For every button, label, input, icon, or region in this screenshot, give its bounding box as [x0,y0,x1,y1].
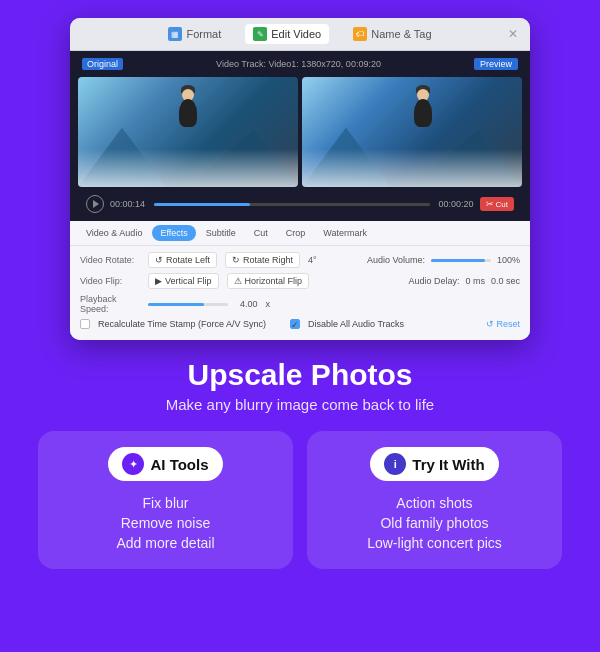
reset-label: Reset [496,319,520,329]
cards-row: ✦ AI Tools Fix blur Remove noise Add mor… [16,431,584,569]
format-tab-icon: ▦ [168,27,182,41]
format-tab-label: Format [186,28,221,40]
marketing-section: Upscale Photos Make any blurry image com… [0,340,600,569]
vertical-flip-icon: ▶ [155,276,162,286]
tab-format[interactable]: ▦ Format [160,24,229,44]
speed-slider[interactable] [148,303,228,306]
progress-track[interactable] [154,203,430,206]
ai-tools-items: Fix blur Remove noise Add more detail [58,495,273,551]
tab-crop[interactable]: Crop [278,225,314,241]
video-bg-right [302,77,522,187]
close-button[interactable]: ✕ [506,27,520,41]
ai-tools-pill: ✦ AI Tools [108,447,222,481]
rotate-left-button[interactable]: ↺ Rotate Left [148,252,217,268]
ai-item-0: Fix blur [58,495,273,511]
horizontal-flip-button[interactable]: ⚠ Horizontal Flip [227,273,310,289]
effects-tab-strip: Video & Audio Effects Subtitle Cut Crop … [70,221,530,246]
speed-row: Playback Speed: 4.00 x [80,294,520,314]
tab-video-audio[interactable]: Video & Audio [78,225,150,241]
skier-body-left [179,99,197,127]
rotate-left-label: Rotate Left [166,255,210,265]
controls-panel: Video Rotate: ↺ Rotate Left ↻ Rotate Rig… [70,246,530,340]
tab-watermark[interactable]: Watermark [315,225,375,241]
tab-cut[interactable]: Cut [246,225,276,241]
tab-name-tag[interactable]: 🏷 Name & Tag [345,24,439,44]
marketing-subtitle: Make any blurry image come back to life [166,396,434,413]
cut-label: Cut [496,200,508,209]
try-it-with-card: i Try It With Action shots Old family ph… [307,431,562,569]
name-tag-tab-icon: 🏷 [353,27,367,41]
disable-audio-label: Disable All Audio Tracks [308,319,404,329]
skier-figure-right [414,99,432,127]
rotate-right-icon: ↻ [232,255,240,265]
cut-button[interactable]: ✂ Cut [480,197,514,211]
audio-delay-label: Audio Delay: [408,276,459,286]
info-icon: i [394,458,397,470]
rotate-row: Video Rotate: ↺ Rotate Left ↻ Rotate Rig… [80,252,520,268]
playback-bar: 00:00:14 00:00:20 ✂ Cut [78,191,522,217]
speed-unit: x [266,299,271,309]
reset-button[interactable]: ↺ Reset [486,319,520,329]
cut-icon: ✂ [486,199,494,209]
audio-delay-right: Audio Delay: 0 ms 0.0 sec [408,276,520,286]
progress-fill [154,203,250,206]
audio-volume-right: Audio Volume: 100% [367,255,520,265]
snow-overlay-left [78,149,298,188]
ai-item-2: Add more detail [58,535,273,551]
video-bg-left [78,77,298,187]
play-button[interactable] [86,195,104,213]
audio-volume-value: 100% [497,255,520,265]
skier-body-right [414,99,432,127]
audio-delay-value: 0 ms [465,276,485,286]
rotate-right-button[interactable]: ↻ Rotate Right [225,252,300,268]
speed-fill [148,303,204,306]
title-bar-tabs: ▦ Format ✎ Edit Video 🏷 Name & Tag [160,24,439,44]
rotate-right-label: Rotate Right [243,255,293,265]
edit-video-tab-icon: ✎ [253,27,267,41]
time-start: 00:00:14 [110,199,148,209]
preview-button[interactable]: Preview [474,58,518,70]
tab-subtitle[interactable]: Subtitle [198,225,244,241]
flip-label: Video Flip: [80,276,140,286]
play-icon [93,200,99,208]
vertical-flip-button[interactable]: ▶ Vertical Flip [148,273,219,289]
tab-effects[interactable]: Effects [152,225,195,241]
video-area: Original Video Track: Video1: 1380x720, … [70,51,530,221]
try-it-pill: i Try It With [370,447,498,481]
speed-label: Playback Speed: [80,294,140,314]
checkbox-row: Recalculate Time Stamp (Force A/V Sync) … [80,319,520,329]
video-panel-left [78,77,298,187]
speed-value: 4.00 [240,299,258,309]
disable-audio-checkbox[interactable]: ✓ [290,319,300,329]
video-track-info: Video Track: Video1: 1380x720, 00:09:20 [123,59,474,69]
try-item-1: Old family photos [327,515,542,531]
ai-tools-card: ✦ AI Tools Fix blur Remove noise Add mor… [38,431,293,569]
try-it-pill-icon: i [384,453,406,475]
audio-volume-slider[interactable] [431,259,491,262]
marketing-title: Upscale Photos [187,358,412,392]
original-label: Original [82,58,123,70]
sparkle-icon: ✦ [129,458,138,471]
video-panel-right [302,77,522,187]
snow-overlay-right [302,149,522,188]
vertical-flip-label: Vertical Flip [165,276,212,286]
edit-video-tab-label: Edit Video [271,28,321,40]
audio-volume-label: Audio Volume: [367,255,425,265]
video-bar: Original Video Track: Video1: 1380x720, … [78,55,522,73]
recalc-checkbox[interactable] [80,319,90,329]
time-end: 00:00:20 [436,199,474,209]
ai-tools-pill-icon: ✦ [122,453,144,475]
try-item-0: Action shots [327,495,542,511]
try-it-pill-label: Try It With [412,456,484,473]
title-bar: ▦ Format ✎ Edit Video 🏷 Name & Tag ✕ [70,18,530,51]
try-item-2: Low-light concert pics [327,535,542,551]
tab-edit-video[interactable]: ✎ Edit Video [245,24,329,44]
name-tag-tab-label: Name & Tag [371,28,431,40]
recalc-label: Recalculate Time Stamp (Force A/V Sync) [98,319,266,329]
app-window: ▦ Format ✎ Edit Video 🏷 Name & Tag ✕ Ori… [70,18,530,340]
reset-icon: ↺ [486,319,494,329]
horizontal-flip-icon: ⚠ [234,276,242,286]
flip-row: Video Flip: ▶ Vertical Flip ⚠ Horizontal… [80,273,520,289]
audio-volume-fill [431,259,485,262]
try-it-items: Action shots Old family photos Low-light… [327,495,542,551]
